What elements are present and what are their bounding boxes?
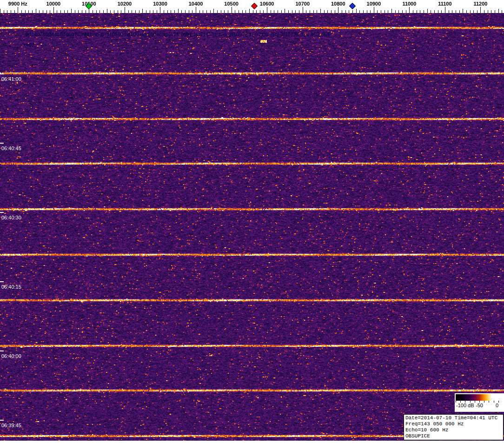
time-label: 06:40:30 [1, 215, 21, 220]
info-station-line: OBSUPICE [405, 433, 502, 439]
time-label: 06:40:45 [1, 145, 21, 151]
time-tick [0, 73, 4, 74]
time-label: 06:40:15 [1, 284, 21, 290]
frequency-ruler [0, 0, 504, 13]
time-tick [0, 281, 4, 282]
spectrogram-display: 20140710044107460 hCnt41 nb-86 f10590 hi… [0, 13, 504, 441]
detection-flag-text: ^t+07 [22, 42, 34, 48]
time-tick [0, 212, 4, 213]
color-scale-labels: -100 dB -50 0 [455, 403, 504, 409]
time-tick [0, 143, 4, 144]
scale-min-label: -100 dB [456, 403, 474, 409]
info-date-line: Date=2014-07-10 Time=04:41 UTC [405, 415, 502, 421]
color-scale: -100 dB -50 0 [455, 393, 504, 412]
color-scale-gradient [456, 394, 503, 401]
meteor-radio-spectrogram-screen: 20140710044107460 hCnt41 nb-86 f10590 hi… [0, 0, 504, 443]
scale-max-label: 0 [496, 403, 498, 409]
detection-header-text: 20140710044107460 hCnt41 nb-86 f10590 hi… [26, 32, 331, 37]
time-label: 06:39:45 [1, 423, 21, 428]
info-echo-line: Echo=10 600 Hz [405, 427, 502, 433]
time-label: 06:41:00 [1, 76, 21, 82]
scale-mid-label: -50 [476, 403, 483, 409]
time-label: 06:40:00 [1, 353, 21, 359]
time-tick [0, 350, 4, 351]
spectrogram-canvas [0, 13, 504, 441]
info-freq-line: Freq=143 050 000 Hz [405, 421, 502, 427]
time-tick [0, 420, 4, 421]
info-box: Date=2014-07-10 Time=04:41 UTC Freq=143 … [404, 414, 504, 440]
